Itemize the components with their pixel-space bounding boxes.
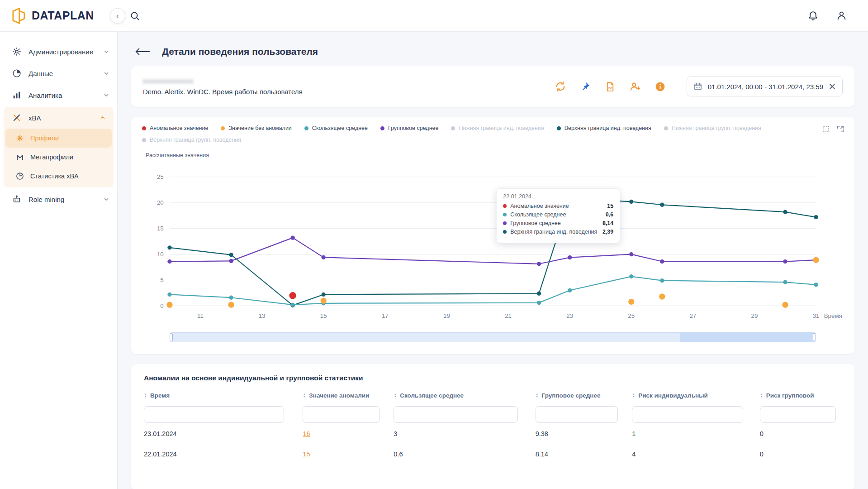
- table-cell: 9.38: [536, 430, 624, 437]
- legend-item[interactable]: Верхняя граница инд. поведения: [557, 125, 651, 131]
- pin-icon[interactable]: [580, 81, 591, 92]
- legend-item[interactable]: Скользящее среднее: [304, 125, 368, 131]
- top-bar: DATAPLAN ‹: [0, 0, 868, 32]
- profile-subtitle: Demo. Alertix. WinDC. Время работы польз…: [143, 88, 303, 96]
- legend-item[interactable]: Нижняя граница групп. поведения: [664, 125, 761, 131]
- sidebar-item-xba[interactable]: xBA: [4, 107, 114, 129]
- legend-item[interactable]: Аномальное значение: [142, 125, 208, 131]
- chevron-down-icon: [104, 197, 109, 202]
- brand-name: DATAPLAN: [32, 9, 94, 22]
- table-cell: 8.14: [536, 451, 624, 458]
- date-range-value: 01.01.2024, 00:00 - 31.01.2024, 23:59: [708, 83, 823, 91]
- legend-item[interactable]: Нижняя граница инд. поведения: [451, 125, 544, 131]
- sort-icon[interactable]: ▲▼: [536, 393, 539, 398]
- svg-text:11: 11: [197, 312, 204, 319]
- tooltip-row: Скользящее среднее0,6: [503, 211, 613, 218]
- svg-text:0: 0: [160, 302, 163, 309]
- legend-dot: [304, 126, 308, 130]
- legend-dot: [142, 138, 146, 142]
- column-filter-input[interactable]: [536, 406, 618, 423]
- column-label: Риск групповой: [766, 392, 814, 399]
- user-add-icon[interactable]: [629, 81, 641, 92]
- column-header[interactable]: ▲▼Риск индивидуальный: [632, 392, 752, 399]
- column-filter-input[interactable]: [632, 406, 743, 423]
- sort-icon[interactable]: ▲▼: [144, 393, 147, 398]
- legend-item[interactable]: Значение без аномалии: [221, 125, 291, 131]
- svg-text:29: 29: [751, 312, 758, 319]
- search-icon[interactable]: [129, 10, 140, 21]
- calendar-icon: [693, 82, 702, 91]
- sort-icon[interactable]: ▲▼: [760, 393, 763, 398]
- pdf-export-icon[interactable]: PDF: [604, 81, 616, 92]
- sidebar-item-xba-statistics[interactable]: Статистика xBA: [5, 167, 112, 186]
- column-header[interactable]: ▲▼Значение аномалии: [303, 392, 385, 399]
- page-title: Детали поведения пользователя: [162, 46, 318, 57]
- svg-text:15: 15: [320, 312, 327, 319]
- info-icon[interactable]: [655, 81, 666, 92]
- column-header[interactable]: ▲▼Время: [144, 392, 294, 399]
- svg-text:PDF: PDF: [608, 86, 613, 89]
- sidebar-item-label: Метапрофили: [30, 153, 73, 161]
- sort-icon[interactable]: ▲▼: [394, 393, 397, 398]
- legend-item[interactable]: Верхняя граница групп. поведения: [142, 137, 241, 143]
- zoom-box-select-icon[interactable]: [822, 125, 830, 133]
- anomaly-value-link[interactable]: 15: [303, 451, 310, 458]
- column-label: Значение аномалии: [309, 392, 369, 399]
- chart-range-slider[interactable]: [170, 332, 816, 342]
- legend-item[interactable]: Групповое среднее: [380, 125, 438, 131]
- anomaly-value-link[interactable]: 16: [303, 430, 310, 437]
- sidebar-item-metaprofiles[interactable]: Метапрофили: [5, 148, 112, 167]
- sidebar-item-profiles[interactable]: Профили: [5, 129, 112, 148]
- sidebar-item-data[interactable]: Данные: [0, 62, 117, 84]
- sidebar-item-label: Статистика xBA: [30, 173, 79, 180]
- refresh-icon[interactable]: [555, 81, 566, 92]
- sidebar-collapse-button[interactable]: ‹: [110, 8, 125, 24]
- xba-icon: [12, 113, 22, 123]
- sidebar-item-label: Данные: [28, 70, 53, 77]
- table-header-row: ▲▼Время▲▼Значение аномалии▲▼Скользящее с…: [144, 392, 842, 399]
- column-filter-input[interactable]: [144, 406, 284, 423]
- column-filter-input[interactable]: [394, 406, 518, 423]
- tooltip-label: Скользящее среднее: [510, 211, 566, 218]
- tooltip-row: Верхняя граница инд. поведения2,39: [503, 229, 613, 235]
- chart-legend: Аномальное значениеЗначение без аномалии…: [142, 125, 844, 143]
- svg-text:31: 31: [813, 312, 820, 319]
- slider-handle-right[interactable]: [813, 333, 816, 341]
- back-button[interactable]: [134, 48, 151, 56]
- sidebar-item-label: xBA: [28, 114, 41, 122]
- date-range-picker[interactable]: 01.01.2024, 00:00 - 31.01.2024, 23:59: [687, 77, 843, 96]
- behavior-chart[interactable]: 05101520251113151719212325272931Время 22…: [142, 159, 844, 325]
- legend-dot: [557, 126, 561, 130]
- table-cell: 0: [760, 451, 842, 458]
- sidebar-item-administration[interactable]: Администрирование: [0, 41, 117, 62]
- sidebar-item-label: Профили: [30, 134, 59, 142]
- tooltip-value: 15: [607, 203, 613, 209]
- column-filter-input[interactable]: [303, 406, 379, 423]
- sidebar-item-analytics[interactable]: Аналитика: [0, 84, 117, 106]
- table-row: 22.01.2024150.68.1440: [144, 443, 842, 464]
- main-content: Детали поведения пользователя xxxxxxxxxx…: [118, 32, 868, 489]
- sort-icon[interactable]: ▲▼: [632, 393, 635, 398]
- svg-text:13: 13: [259, 312, 266, 319]
- table-cell: 15: [303, 451, 385, 458]
- legend-label: Групповое среднее: [388, 125, 438, 131]
- zoom-reset-icon[interactable]: [836, 125, 844, 133]
- pie-outline-icon: [15, 172, 24, 181]
- user-account-icon[interactable]: [836, 10, 847, 21]
- table-cell: 4: [632, 451, 752, 458]
- column-header[interactable]: ▲▼Скользящее среднее: [394, 392, 527, 399]
- column-header[interactable]: ▲▼Риск групповой: [760, 392, 842, 399]
- sidebar-item-role-mining[interactable]: Role mining: [0, 188, 117, 210]
- sort-icon[interactable]: ▲▼: [303, 393, 306, 398]
- chart-canvas[interactable]: 05101520251113151719212325272931Время: [142, 159, 844, 325]
- notifications-bell-icon[interactable]: [807, 10, 819, 21]
- legend-label: Верхняя граница инд. поведения: [564, 125, 651, 131]
- tooltip-value: 8,14: [602, 220, 613, 226]
- legend-label: Значение без аномалии: [228, 125, 291, 131]
- svg-text:Время: Время: [824, 312, 842, 319]
- clear-date-icon[interactable]: [829, 83, 836, 90]
- slider-handle-left[interactable]: [170, 333, 173, 341]
- column-header[interactable]: ▲▼Групповое среднее: [536, 392, 624, 399]
- column-filter-input[interactable]: [760, 406, 836, 423]
- table-cell: 22.01.2024: [144, 451, 294, 458]
